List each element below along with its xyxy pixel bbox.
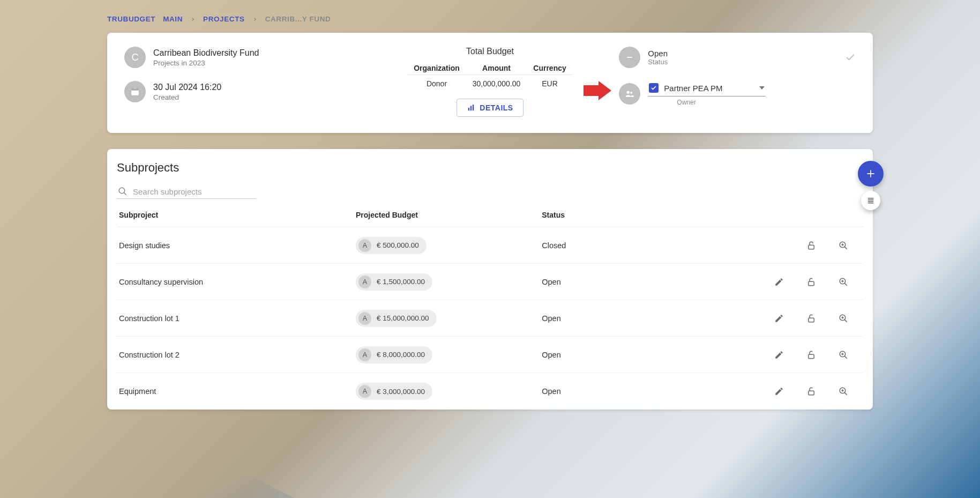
- search-input[interactable]: [133, 187, 255, 196]
- svg-marker-8: [583, 81, 611, 100]
- owner-select[interactable]: Partner PEA PM: [648, 81, 766, 96]
- chevron-right-icon: [190, 17, 196, 22]
- pill-avatar: A: [358, 276, 371, 288]
- col-status: Status: [542, 211, 711, 219]
- project-status-label: Status: [648, 58, 668, 66]
- list-view-button[interactable]: [861, 191, 880, 210]
- subprojects-card: Subprojects Subproject Projected Budget …: [107, 149, 873, 410]
- subproject-name: Equipment: [119, 387, 356, 396]
- svg-rect-20: [809, 245, 814, 249]
- subproject-status: Open: [542, 278, 711, 286]
- budget-pill: A€ 500,000.00: [356, 237, 427, 254]
- svg-rect-40: [809, 391, 814, 395]
- project-created-date: 30 Jul 2024 16:20: [153, 83, 221, 92]
- budget-col-organization: Organization: [407, 62, 466, 75]
- budget-pill: A€ 15,000,000.00: [356, 310, 437, 327]
- owner-checkbox[interactable]: [649, 83, 659, 93]
- budget-col-currency: Currency: [527, 62, 572, 75]
- project-avatar: C: [124, 47, 146, 68]
- permissions-button[interactable]: [805, 240, 817, 251]
- pill-avatar: A: [358, 348, 371, 361]
- budget-pill: A€ 1,500,000.00: [356, 273, 432, 291]
- view-button[interactable]: [837, 240, 849, 251]
- svg-marker-11: [759, 86, 765, 90]
- breadcrumb-main[interactable]: MAIN: [163, 15, 183, 23]
- svg-point-9: [627, 91, 630, 93]
- budget-pill: A€ 3,000,000.00: [356, 383, 432, 400]
- svg-line-37: [844, 356, 847, 358]
- people-icon[interactable]: [619, 83, 640, 105]
- svg-rect-5: [470, 106, 472, 111]
- subproject-name: Consultancy supervision: [119, 278, 356, 286]
- edit-button[interactable]: [773, 276, 785, 288]
- subproject-status: Open: [542, 314, 711, 323]
- svg-rect-30: [809, 318, 814, 322]
- details-button[interactable]: DETAILS: [457, 99, 523, 117]
- budget-col-amount: Amount: [466, 62, 527, 75]
- view-button[interactable]: [837, 276, 849, 288]
- subproject-status: Open: [542, 351, 711, 359]
- svg-line-22: [844, 247, 847, 249]
- permissions-button[interactable]: [805, 349, 817, 361]
- subproject-name: Construction lot 2: [119, 351, 356, 359]
- project-created-label: Created: [153, 93, 221, 101]
- svg-rect-4: [468, 108, 469, 110]
- project-summary-card: C Carribean Biodiversity Fund Projects i…: [107, 33, 873, 133]
- view-button[interactable]: [837, 349, 849, 361]
- search-subprojects[interactable]: [117, 184, 256, 199]
- svg-rect-3: [137, 88, 138, 90]
- view-button[interactable]: [837, 385, 849, 397]
- subproject-status: Closed: [542, 241, 711, 250]
- budget-value: € 1,500,000.00: [377, 278, 425, 286]
- dropdown-arrow-icon: [759, 86, 765, 90]
- budget-value: € 8,000,000.00: [377, 351, 425, 359]
- svg-point-10: [631, 92, 633, 94]
- breadcrumb-projects[interactable]: PROJECTS: [203, 15, 245, 23]
- search-icon: [118, 187, 128, 196]
- table-row: Construction lot 2A€ 8,000,000.00Open: [117, 337, 863, 373]
- pill-avatar: A: [358, 312, 371, 325]
- edit-button[interactable]: [773, 385, 785, 397]
- subproject-status: Open: [542, 387, 711, 396]
- checkmark-icon[interactable]: [845, 52, 856, 63]
- subproject-name: Construction lot 1: [119, 314, 356, 323]
- add-subproject-button[interactable]: [858, 161, 884, 187]
- col-subproject: Subproject: [119, 211, 356, 219]
- subproject-name: Design studies: [119, 241, 356, 250]
- view-button[interactable]: [837, 313, 849, 324]
- pill-avatar: A: [358, 385, 371, 398]
- col-projected-budget: Projected Budget: [356, 211, 542, 219]
- minus-icon: [619, 47, 640, 68]
- permissions-button[interactable]: [805, 276, 817, 288]
- svg-line-32: [844, 319, 847, 322]
- svg-point-18: [119, 188, 125, 194]
- chevron-right-icon: [252, 17, 258, 22]
- owner-value: Partner PEA PM: [664, 84, 754, 93]
- table-row: Design studiesA€ 500,000.00Closed: [117, 227, 863, 264]
- budget-value: € 500,000.00: [377, 241, 419, 249]
- svg-rect-25: [809, 281, 814, 286]
- svg-line-19: [124, 193, 126, 195]
- table-row: EquipmentA€ 3,000,000.00Open: [117, 373, 863, 410]
- bar-chart-icon: [467, 104, 475, 112]
- edit-button[interactable]: [773, 313, 785, 324]
- breadcrumb-app[interactable]: TRUBUDGET: [107, 15, 155, 23]
- table-row: Construction lot 1A€ 15,000,000.00Open: [117, 300, 863, 337]
- arrow-indicator-icon: [583, 81, 611, 100]
- svg-rect-1: [131, 89, 139, 91]
- edit-button[interactable]: [773, 349, 785, 361]
- owner-label: Owner: [677, 99, 856, 106]
- svg-rect-2: [133, 88, 134, 90]
- project-title: Carribean Biodiversity Fund: [153, 48, 259, 58]
- project-status-value: Open: [648, 49, 668, 58]
- project-subtitle: Projects in 2023: [153, 59, 259, 67]
- budget-value: € 3,000,000.00: [377, 388, 425, 396]
- breadcrumb-current: CARRIB...Y FUND: [265, 15, 331, 23]
- pill-avatar: A: [358, 239, 371, 252]
- permissions-button[interactable]: [805, 385, 817, 397]
- budget-value: € 15,000,000.00: [377, 314, 429, 322]
- budget-pill: A€ 8,000,000.00: [356, 346, 432, 363]
- permissions-button[interactable]: [805, 313, 817, 324]
- subprojects-heading: Subprojects: [117, 161, 863, 175]
- svg-rect-6: [473, 105, 474, 110]
